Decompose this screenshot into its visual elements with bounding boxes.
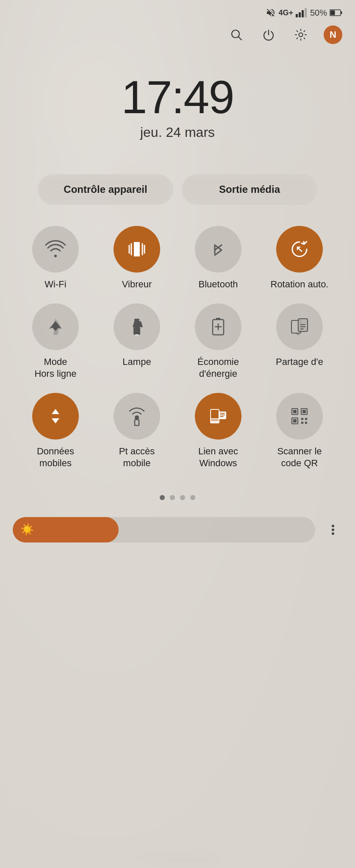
battery-icon <box>330 9 342 17</box>
power-button[interactable] <box>259 25 278 44</box>
svg-rect-14 <box>216 318 220 320</box>
wifi-icon <box>32 226 79 273</box>
svg-rect-24 <box>293 410 297 413</box>
airplane-icon <box>32 303 79 350</box>
svg-rect-29 <box>301 418 303 420</box>
toggles-grid: Wi-Fi Vibreur <box>17 226 338 470</box>
toggle-lampe[interactable]: Lampe <box>103 303 171 380</box>
qr-icon <box>276 393 323 440</box>
donnees-label: Données mobiles <box>37 445 74 470</box>
status-icons: 4G+ 50% <box>266 8 342 18</box>
network-indicator: 4G+ <box>278 8 293 17</box>
toggle-partage[interactable]: Partage d'e <box>266 303 333 380</box>
status-bar: 4G+ 50% <box>0 0 355 21</box>
svg-rect-18 <box>135 420 139 426</box>
brightness-sun-icon: ☀️ <box>20 523 34 536</box>
svg-rect-2 <box>302 10 304 17</box>
wifi-label: Wi-Fi <box>44 278 66 291</box>
svg-rect-28 <box>293 419 297 423</box>
svg-rect-10 <box>134 242 140 256</box>
toggle-bluetooth[interactable]: Bluetooth <box>184 226 252 291</box>
brightness-more-button[interactable] <box>324 520 342 539</box>
svg-point-35 <box>332 532 334 535</box>
svg-rect-11 <box>134 319 139 321</box>
battery-saver-label: Économie d'énergie <box>197 356 239 380</box>
toggle-airplane[interactable]: Mode Hors ligne <box>22 303 89 380</box>
svg-rect-6 <box>330 11 335 15</box>
signal-icon <box>296 8 308 17</box>
profile-avatar[interactable]: N <box>324 25 342 44</box>
dot-2 <box>170 495 175 500</box>
clock-time: 17:49 <box>8 74 347 120</box>
svg-rect-20 <box>211 410 219 418</box>
brightness-slider[interactable]: ☀️ <box>13 517 315 542</box>
rotation-label: Rotation auto. <box>271 278 329 291</box>
vibreur-label: Vibreur <box>122 278 152 291</box>
dot-3 <box>180 495 185 500</box>
share-icon <box>276 303 323 350</box>
svg-rect-32 <box>305 422 307 424</box>
svg-rect-1 <box>299 12 301 17</box>
dot-1 <box>160 495 165 500</box>
svg-rect-12 <box>133 327 140 335</box>
svg-rect-3 <box>305 8 307 17</box>
toggle-qr[interactable]: Scanner le code QR <box>266 393 333 470</box>
battery-text: 50% <box>310 8 327 18</box>
toggle-windows-link[interactable]: Lien avec Windows <box>184 393 252 470</box>
brightness-fill: ☀️ <box>13 517 119 542</box>
search-button[interactable] <box>227 25 246 44</box>
dot-4 <box>190 495 195 500</box>
toggle-donnees[interactable]: Données mobiles <box>22 393 89 470</box>
clock-date: jeu. 24 mars <box>8 125 347 140</box>
mute-icon <box>266 8 276 18</box>
flashlight-icon <box>114 303 160 350</box>
rotation-icon <box>276 226 323 273</box>
sortie-media-button[interactable]: Sortie média <box>182 174 317 205</box>
svg-rect-0 <box>296 14 298 17</box>
bluetooth-label: Bluetooth <box>199 278 238 291</box>
windows-link-icon <box>195 393 241 440</box>
quick-buttons-row: Contrôle appareil Sortie média <box>0 149 355 217</box>
qr-label: Scanner le code QR <box>277 445 322 470</box>
toggle-hotspot[interactable]: Pt accès mobile <box>103 393 171 470</box>
svg-rect-30 <box>305 418 307 420</box>
airplane-label: Mode Hors ligne <box>34 356 76 380</box>
top-actions-bar: N <box>0 21 355 48</box>
controle-appareil-button[interactable]: Contrôle appareil <box>38 174 173 205</box>
battery-saver-icon <box>195 303 241 350</box>
hotspot-label: Pt accès mobile <box>119 445 155 470</box>
svg-rect-5 <box>341 11 342 14</box>
data-icon <box>32 393 79 440</box>
toggle-battery-saver[interactable]: Économie d'énergie <box>184 303 252 380</box>
lampe-label: Lampe <box>122 356 151 368</box>
windows-link-label: Lien avec Windows <box>198 445 238 470</box>
settings-button[interactable] <box>291 25 310 44</box>
partage-label: Partage d'e <box>276 356 323 368</box>
svg-point-33 <box>332 525 334 527</box>
svg-rect-31 <box>301 422 303 424</box>
vibreur-icon <box>114 226 160 273</box>
svg-rect-26 <box>302 410 306 413</box>
toggle-wifi[interactable]: Wi-Fi <box>22 226 89 291</box>
toggle-rotation[interactable]: Rotation auto. <box>266 226 333 291</box>
clock-section: 17:49 jeu. 24 mars <box>0 48 355 149</box>
toggle-vibreur[interactable]: Vibreur <box>103 226 171 291</box>
svg-point-9 <box>299 33 303 37</box>
pagination-dots <box>0 478 355 513</box>
bluetooth-icon <box>195 226 241 273</box>
brightness-row: ☀️ <box>0 513 355 551</box>
hotspot-icon <box>114 393 160 440</box>
svg-point-17 <box>135 415 139 420</box>
svg-point-34 <box>332 529 334 531</box>
toggles-section: Wi-Fi Vibreur <box>0 217 355 478</box>
svg-line-8 <box>239 37 241 40</box>
svg-rect-21 <box>211 419 219 421</box>
